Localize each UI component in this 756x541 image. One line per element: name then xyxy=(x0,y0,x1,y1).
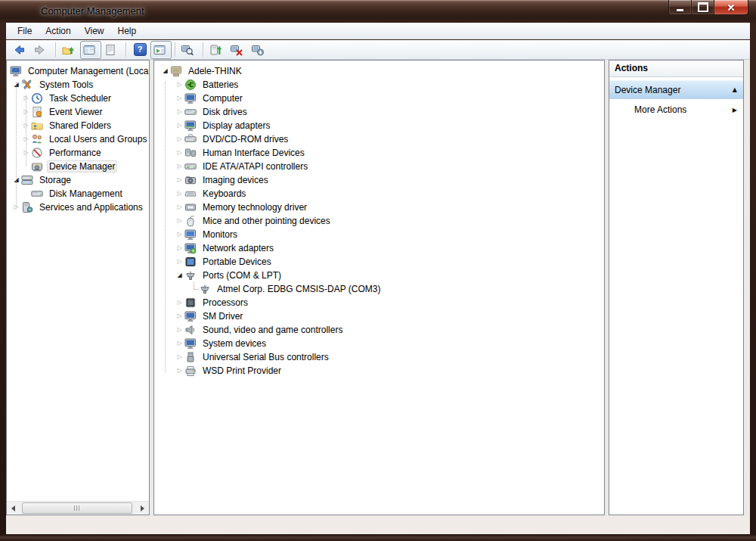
tree-item-content[interactable]: Portable Devices xyxy=(184,256,274,268)
expand-icon[interactable]: ▷ xyxy=(175,119,184,132)
tree-item-network-adapters[interactable]: ▷Network adapters xyxy=(154,241,604,255)
tree-item-content[interactable]: Network adapters xyxy=(184,242,276,254)
tree-item-content[interactable]: Adele-THINK xyxy=(170,65,244,77)
menu-view[interactable]: View xyxy=(78,23,111,39)
collapse-icon[interactable]: ◢ xyxy=(160,64,170,78)
expand-icon[interactable]: ▷ xyxy=(175,323,184,337)
tree-item-computer-management-local[interactable]: Computer Management (Local) xyxy=(7,64,149,78)
tree-item-content[interactable]: Storage xyxy=(21,174,73,186)
expand-icon[interactable]: ▷ xyxy=(175,132,184,146)
forward-button[interactable] xyxy=(31,41,52,59)
tree-item-content[interactable]: SM Driver xyxy=(184,310,245,322)
expand-icon[interactable]: ▷ xyxy=(175,228,184,241)
tree-item-display-adapters[interactable]: ▷Display adapters xyxy=(154,119,604,132)
help-button[interactable]: ? xyxy=(129,41,150,59)
show-console-tree-button[interactable] xyxy=(80,41,101,59)
tree-item-storage[interactable]: ◢Storage xyxy=(7,173,149,187)
tree-item-ide-ata-atapi-controllers[interactable]: ▷IDE ATA/ATAPI controllers xyxy=(154,160,604,173)
tree-item-system-devices[interactable]: ▷System devices xyxy=(154,337,604,350)
tree-item-content[interactable]: DVD/CD-ROM drives xyxy=(184,133,290,145)
expand-icon[interactable]: ▷ xyxy=(175,309,184,323)
tree-item-content[interactable]: Shared Folders xyxy=(31,120,113,132)
minimize-button[interactable] xyxy=(668,0,692,15)
expand-icon[interactable]: ▷ xyxy=(175,241,184,255)
tree-item-dvd-cd-rom-drives[interactable]: ▷DVD/CD-ROM drives xyxy=(154,132,604,146)
disable-device-button[interactable] xyxy=(249,41,270,59)
device-tree-pane[interactable]: ◢Adele-THINK▷Batteries▷Computer▷Disk dri… xyxy=(153,60,605,515)
console-tree-pane[interactable]: Computer Management (Local)◢System Tools… xyxy=(6,60,150,515)
scan-hardware-changes-button[interactable] xyxy=(178,41,200,59)
tree-item-portable-devices[interactable]: ▷Portable Devices xyxy=(154,255,604,269)
scrollbar-thumb[interactable] xyxy=(22,502,132,514)
scroll-right-button[interactable] xyxy=(136,502,149,515)
expand-icon[interactable]: ▷ xyxy=(175,364,184,378)
tree-item-content[interactable]: Computer Management (Local) xyxy=(10,65,150,77)
tree-item-content[interactable]: Atmel Corp. EDBG CMSIS-DAP (COM3) xyxy=(199,283,383,295)
tree-item-atmel-corp-edbg-cmsis-dap-com3[interactable]: Atmel Corp. EDBG CMSIS-DAP (COM3) xyxy=(154,282,604,296)
maximize-button[interactable] xyxy=(692,0,714,15)
scroll-left-button[interactable] xyxy=(7,502,20,515)
tree-item-content[interactable]: Disk drives xyxy=(184,106,249,118)
tree-item-event-viewer[interactable]: ▷Event Viewer xyxy=(7,105,149,119)
expand-icon[interactable]: ▷ xyxy=(175,105,184,119)
expand-icon[interactable]: ▷ xyxy=(175,255,184,269)
expand-icon[interactable]: ▷ xyxy=(175,92,184,105)
uninstall-device-button[interactable] xyxy=(228,41,249,59)
expand-icon[interactable]: ▷ xyxy=(175,173,184,187)
tree-item-human-interface-devices[interactable]: ▷Human Interface Devices xyxy=(154,146,604,160)
tree-item-processors[interactable]: ▷Processors xyxy=(154,296,604,309)
menu-file[interactable]: File xyxy=(11,23,39,39)
expand-icon[interactable]: ▷ xyxy=(175,214,184,228)
tree-item-imaging-devices[interactable]: ▷Imaging devices xyxy=(154,173,604,187)
tree-item-batteries[interactable]: ▷Batteries xyxy=(154,78,604,92)
menu-help[interactable]: Help xyxy=(111,23,144,39)
expand-icon[interactable]: ▷ xyxy=(175,296,184,309)
tree-item-content[interactable]: Keyboards xyxy=(184,188,248,200)
tree-item-content[interactable]: Universal Serial Bus controllers xyxy=(184,351,331,363)
tree-item-computer[interactable]: ▷Computer xyxy=(154,92,604,105)
tree-item-content[interactable]: Computer xyxy=(184,92,245,104)
tree-item-content[interactable]: Disk Management xyxy=(31,188,125,200)
tree-item-services-and-applications[interactable]: ▷Services and Applications xyxy=(7,201,149,214)
tree-item-content[interactable]: IDE ATA/ATAPI controllers xyxy=(184,160,310,173)
expand-icon[interactable]: ▷ xyxy=(175,337,184,350)
tree-item-universal-serial-bus-controllers[interactable]: ▷Universal Serial Bus controllers xyxy=(154,350,604,364)
tree-item-task-scheduler[interactable]: ▷Task Scheduler xyxy=(7,92,149,105)
tree-item-device-manager[interactable]: Device Manager xyxy=(7,160,149,173)
tree-item-performance[interactable]: ▷Performance xyxy=(7,146,149,160)
close-button[interactable] xyxy=(714,0,748,15)
tree-item-shared-folders[interactable]: ▷Shared Folders xyxy=(7,119,149,132)
expand-icon[interactable]: ▷ xyxy=(175,201,184,214)
tree-item-content[interactable]: Mice and other pointing devices xyxy=(184,215,333,227)
tree-item-content[interactable]: System devices xyxy=(184,337,268,350)
tree-item-system-tools[interactable]: ◢System Tools xyxy=(7,78,149,92)
menu-action[interactable]: Action xyxy=(39,23,77,39)
tree-item-disk-drives[interactable]: ▷Disk drives xyxy=(154,105,604,119)
tree-item-content[interactable]: Services and Applications xyxy=(21,201,145,213)
up-level-button[interactable] xyxy=(59,41,80,59)
expand-icon[interactable]: ▷ xyxy=(175,187,184,201)
scrollbar-track[interactable] xyxy=(20,502,136,515)
tree-item-content[interactable]: Human Interface Devices xyxy=(184,147,307,159)
expand-icon[interactable]: ▷ xyxy=(175,160,184,173)
tree-item-content[interactable]: Monitors xyxy=(184,229,240,241)
tree-item-content[interactable]: Ports (COM & LPT) xyxy=(184,269,284,281)
tree-item-content[interactable]: Memory technology driver xyxy=(184,201,309,213)
show-action-pane-button[interactable] xyxy=(150,41,172,59)
tree-item-content[interactable]: Display adapters xyxy=(184,120,272,132)
tree-item-content[interactable]: Event Viewer xyxy=(31,106,104,118)
title-bar[interactable]: Computer Management xyxy=(0,0,756,23)
tree-item-content[interactable]: Task Scheduler xyxy=(31,92,113,104)
tree-item-keyboards[interactable]: ▷Keyboards xyxy=(154,187,604,201)
tree-item-content[interactable]: System Tools xyxy=(21,79,95,91)
tree-item-disk-management[interactable]: Disk Management xyxy=(7,187,149,201)
tree-item-content[interactable]: Sound, video and game controllers xyxy=(184,324,345,336)
tree-item-content[interactable]: Processors xyxy=(184,297,250,309)
actions-group-device-manager[interactable]: Device Manager ▲ xyxy=(609,80,743,99)
tree-item-sound-video-and-game-controllers[interactable]: ▷Sound, video and game controllers xyxy=(154,323,604,337)
tree-item-monitors[interactable]: ▷Monitors xyxy=(154,228,604,241)
tree-item-mice-and-other-pointing-devices[interactable]: ▷Mice and other pointing devices xyxy=(154,214,604,228)
tree-item-content[interactable]: Device Manager xyxy=(31,160,117,173)
back-button[interactable] xyxy=(10,41,31,59)
more-actions-item[interactable]: More Actions ▶ xyxy=(609,101,743,118)
